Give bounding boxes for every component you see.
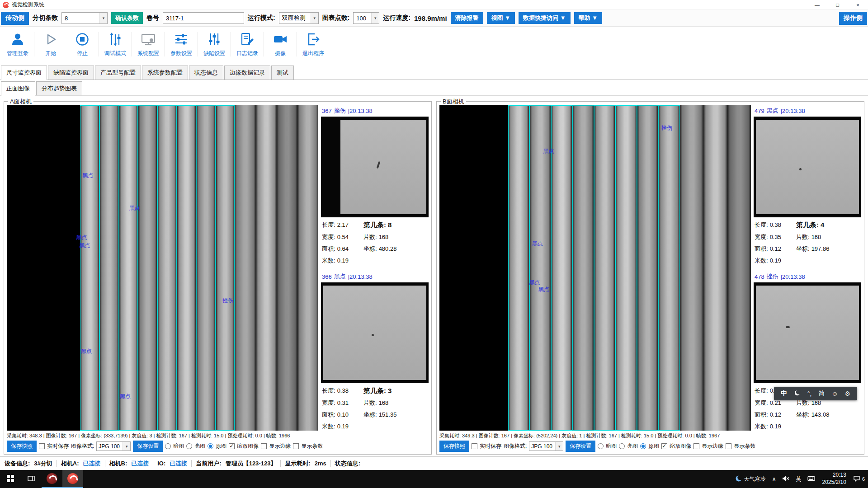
original-image-radio[interactable] bbox=[208, 443, 213, 449]
tab-edge-data[interactable]: 边缘数据记录 bbox=[224, 66, 270, 80]
bright-image-radio[interactable] bbox=[186, 443, 192, 449]
start-run-button[interactable]: 开始 bbox=[35, 27, 66, 62]
ime-chinese-indicator[interactable]: 中 bbox=[781, 389, 787, 398]
defect-stats: 长度:0.38 第几条:3 宽度:0.31 片数:168 面积:0.10 坐标:… bbox=[321, 383, 429, 431]
ime-toolbar[interactable]: 中 °, 简 ☺ ⚙ bbox=[774, 387, 857, 400]
ime-language-indicator[interactable]: 英 bbox=[793, 470, 804, 488]
statusbar-separator bbox=[105, 460, 105, 467]
tray-expand-button[interactable]: ∧ bbox=[769, 470, 779, 488]
sub-tabstrip: 正面图像 分布趋势图表 bbox=[0, 80, 868, 96]
defect-card[interactable]: 479 黑点 |20:13:38 长度:0.38 第几条:4 宽度:0.35 片… bbox=[754, 105, 861, 265]
operator-side-button[interactable]: 操作侧 bbox=[839, 12, 867, 25]
save-snapshot-button[interactable]: 保存快照 bbox=[439, 441, 469, 452]
ime-punct-indicator[interactable]: °, bbox=[807, 390, 812, 397]
confirm-count-button[interactable]: 确认条数 bbox=[111, 12, 143, 24]
ime-emoji-button[interactable]: ☺ bbox=[831, 390, 838, 397]
help-menu-button[interactable]: 帮助 ▼ bbox=[574, 12, 602, 24]
drive-side-button[interactable]: 传动侧 bbox=[1, 12, 29, 25]
dropdown-arrow-icon: ▾ bbox=[371, 13, 379, 23]
defect-annotation: 黑点 bbox=[81, 347, 92, 355]
data-quick-access-menu-button[interactable]: 数据快捷访问 ▼ bbox=[519, 12, 570, 24]
maximize-button[interactable]: □ bbox=[827, 0, 848, 9]
weather-widget[interactable]: 天气寒冷 bbox=[732, 470, 769, 488]
roll-number-input[interactable] bbox=[163, 12, 244, 24]
defect-card[interactable]: 366 黑点 |20:13:38 长度:0.38 第几条:3 宽度:0.31 片… bbox=[321, 271, 429, 431]
defect-annotation: 黑点 bbox=[543, 147, 554, 155]
defect-crop bbox=[340, 120, 426, 215]
defect-time: |20:13:38 bbox=[348, 108, 373, 114]
camera-a-image: 黑点黑点黑点黑点挫伤黑点黑点 bbox=[7, 105, 318, 431]
admin-login-button[interactable]: 管理登录 bbox=[2, 27, 33, 62]
image-format-select[interactable]: JPG 100▾ bbox=[529, 441, 563, 451]
log-record-button[interactable]: 日志记录 bbox=[231, 27, 263, 62]
stop-icon bbox=[75, 32, 90, 48]
stop-run-button[interactable]: 停止 bbox=[66, 27, 98, 62]
taskbar-clock[interactable]: 20:13 2025/2/10 bbox=[818, 472, 849, 486]
ime-moon-icon[interactable] bbox=[794, 389, 801, 398]
tab-test[interactable]: 测试 bbox=[271, 66, 294, 80]
image-format-select[interactable]: JPG 100▾ bbox=[96, 441, 131, 451]
stat-area: 面积:0.12 bbox=[755, 245, 796, 253]
show-strips-label: 显示条数 bbox=[734, 442, 755, 450]
show-strips-checkbox[interactable] bbox=[726, 443, 731, 449]
stat-meters: 米数:0.19 bbox=[322, 257, 363, 265]
dark-image-radio[interactable] bbox=[165, 443, 171, 449]
clear-alarm-button[interactable]: 清除报警 bbox=[451, 12, 483, 24]
taskbar-app-2-active[interactable] bbox=[62, 470, 83, 488]
taskbar-app-1[interactable] bbox=[42, 470, 62, 488]
zoom-image-checkbox[interactable] bbox=[229, 443, 235, 449]
show-edges-label: 显示边缘 bbox=[269, 442, 291, 450]
subtab-distribution-chart[interactable]: 分布趋势图表 bbox=[36, 81, 82, 95]
defect-crop bbox=[756, 286, 859, 380]
show-edges-checkbox[interactable] bbox=[693, 443, 699, 449]
params-settings-button[interactable]: 参数设置 bbox=[165, 27, 197, 62]
defect-type: 挫伤 bbox=[767, 272, 778, 281]
slit-count-select[interactable]: 8 ▾ bbox=[61, 12, 108, 24]
task-view-button[interactable] bbox=[21, 470, 42, 488]
bright-image-radio[interactable] bbox=[619, 443, 625, 449]
keyboard-button[interactable] bbox=[804, 470, 818, 488]
defect-settings-button[interactable]: 缺陷设置 bbox=[198, 27, 230, 62]
tab-system-params[interactable]: 系统参数配置 bbox=[142, 66, 188, 80]
stat-coord: 坐标:151.35 bbox=[363, 411, 428, 419]
tab-defect-monitor[interactable]: 缺陷监控界面 bbox=[48, 66, 94, 80]
panel-title: A面相机 bbox=[8, 98, 33, 106]
run-mode-select[interactable]: 双面检测 ▾ bbox=[279, 12, 319, 24]
view-menu-button[interactable]: 视图 ▼ bbox=[487, 12, 515, 24]
start-button[interactable] bbox=[0, 470, 21, 488]
tab-status-info[interactable]: 状态信息 bbox=[189, 66, 223, 80]
zoom-image-checkbox[interactable] bbox=[661, 443, 667, 449]
action-center-button[interactable]: 6 bbox=[850, 470, 868, 488]
image-format-label: 图像格式: bbox=[71, 442, 94, 450]
task-view-icon bbox=[28, 475, 35, 483]
defect-card[interactable]: 367 挫伤 |20:13:38 长度:2.17 第几条:8 宽度:0.54 片… bbox=[321, 105, 429, 265]
taskbar: 天气寒冷 ∧ 英 20:13 2025/2/10 6 bbox=[0, 470, 868, 488]
close-button[interactable]: × bbox=[848, 0, 868, 9]
realtime-save-checkbox[interactable] bbox=[472, 443, 477, 449]
save-settings-button[interactable]: 保存设置 bbox=[566, 441, 595, 452]
main-toolbar: 传动侧 分切条数 8 ▾ 确认条数 卷号 运行模式: 双面检测 ▾ 图表点数: … bbox=[0, 10, 868, 27]
exit-program-button[interactable]: 退出程序 bbox=[297, 27, 329, 62]
show-strips-checkbox[interactable] bbox=[293, 443, 299, 449]
save-snapshot-button[interactable]: 保存快照 bbox=[7, 441, 37, 452]
debug-mode-button[interactable]: 调试模式 bbox=[99, 27, 131, 62]
tab-product-config[interactable]: 产品型号配置 bbox=[95, 66, 141, 80]
zoom-image-label: 缩放图像 bbox=[237, 442, 259, 450]
defect-card[interactable]: 478 挫伤 |20:13:38 长度:0.57 第几条:3 宽度:0.21 片… bbox=[754, 271, 861, 431]
show-edges-checkbox[interactable] bbox=[261, 443, 267, 449]
capture-button[interactable]: 摄像 bbox=[264, 27, 296, 62]
tab-size-monitor[interactable]: 尺寸监控界面 bbox=[1, 66, 47, 80]
dark-image-radio[interactable] bbox=[598, 443, 604, 449]
realtime-save-checkbox[interactable] bbox=[39, 443, 45, 449]
defect-card-header: 479 黑点 |20:13:38 bbox=[754, 105, 861, 117]
system-config-button[interactable]: 系统配置 bbox=[132, 27, 164, 62]
defect-id: 367 bbox=[322, 108, 332, 114]
volume-muted-button[interactable] bbox=[779, 470, 793, 488]
ime-simplified-indicator[interactable]: 简 bbox=[818, 389, 825, 398]
save-settings-button[interactable]: 保存设置 bbox=[133, 441, 163, 452]
chart-points-select[interactable]: 100 ▾ bbox=[353, 12, 379, 24]
ime-settings-button[interactable]: ⚙ bbox=[844, 390, 850, 397]
minimize-button[interactable]: — bbox=[807, 0, 827, 9]
original-image-radio[interactable] bbox=[640, 443, 646, 449]
subtab-front-image[interactable]: 正面图像 bbox=[1, 81, 35, 96]
